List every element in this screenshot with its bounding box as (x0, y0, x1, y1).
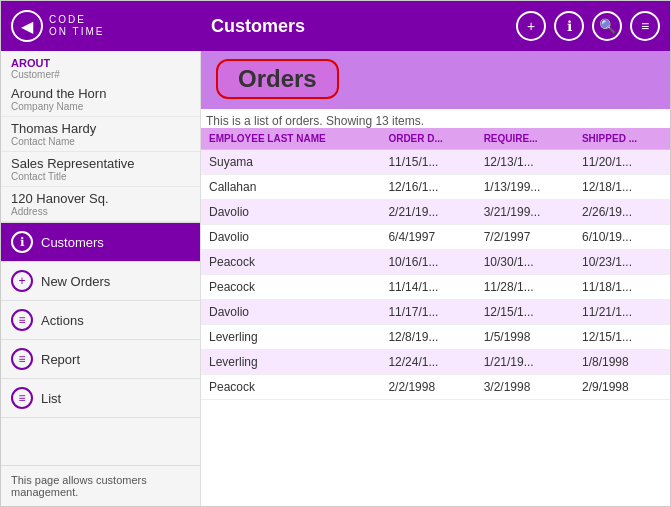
customer-info-section: AROUT Customer# Around the Horn Company … (1, 51, 200, 223)
address-item: 120 Hanover Sq. Address (1, 187, 200, 222)
sidebar: AROUT Customer# Around the Horn Company … (1, 51, 201, 506)
nav-report-label: Report (41, 352, 80, 367)
address-value: 120 Hanover Sq. (11, 191, 190, 206)
back-button[interactable]: ◀ (11, 10, 43, 42)
cell-order_date: 2/21/19... (380, 200, 475, 225)
table-row[interactable]: Davolio2/21/19...3/21/199...2/26/19... (201, 200, 670, 225)
table-row[interactable]: Peacock10/16/1...10/30/1...10/23/1... (201, 250, 670, 275)
cell-employee: Leverling (201, 350, 380, 375)
cell-required: 1/13/199... (476, 175, 574, 200)
customers-nav-icon: ℹ (11, 231, 33, 253)
cell-shipped: 2/26/19... (574, 200, 670, 225)
logo-line1: Code (49, 14, 104, 26)
table-row[interactable]: Davolio11/17/1...12/15/1...11/21/1... (201, 300, 670, 325)
nav-list[interactable]: ≡ List (1, 379, 200, 418)
company-name-item: Around the Horn Company Name (1, 82, 200, 117)
cell-shipped: 12/15/1... (574, 325, 670, 350)
cell-order_date: 10/16/1... (380, 250, 475, 275)
app-container: ◀ Code On Time Customers + ℹ 🔍 ≡ AROUT C… (0, 0, 671, 507)
nav-report[interactable]: ≡ Report (1, 340, 200, 379)
cell-order_date: 12/16/1... (380, 175, 475, 200)
col-required: Require... (476, 128, 574, 150)
cell-employee: Callahan (201, 175, 380, 200)
search-header-button[interactable]: 🔍 (592, 11, 622, 41)
table-row[interactable]: Davolio6/4/19977/2/19976/10/19... (201, 225, 670, 250)
nav-new-orders[interactable]: + New Orders (1, 262, 200, 301)
cell-order_date: 12/8/19... (380, 325, 475, 350)
col-employee: Employee Last Name (201, 128, 380, 150)
address-label: Address (11, 206, 190, 217)
logo-text: Code On Time (49, 14, 104, 38)
company-name-value: Around the Horn (11, 86, 190, 101)
orders-table: Employee Last Name Order D... Require...… (201, 128, 670, 400)
content-area: Orders This is a list of orders. Showing… (201, 51, 670, 506)
orders-title: Orders (216, 59, 339, 99)
table-row[interactable]: Callahan12/16/1...1/13/199...12/18/1... (201, 175, 670, 200)
orders-subtitle: This is a list of orders. Showing 13 ite… (201, 109, 670, 128)
nav-customers-label: Customers (41, 235, 104, 250)
cell-shipped: 12/18/1... (574, 175, 670, 200)
main-layout: AROUT Customer# Around the Horn Company … (1, 51, 670, 506)
cell-employee: Peacock (201, 375, 380, 400)
add-header-button[interactable]: + (516, 11, 546, 41)
cell-shipped: 11/18/1... (574, 275, 670, 300)
sidebar-footer: This page allows customers management. (1, 465, 200, 506)
logo-area: ◀ Code On Time (11, 10, 211, 42)
cell-employee: Davolio (201, 225, 380, 250)
header: ◀ Code On Time Customers + ℹ 🔍 ≡ (1, 1, 670, 51)
cell-required: 11/28/1... (476, 275, 574, 300)
contact-name-label: Contact Name (11, 136, 190, 147)
cell-shipped: 1/8/1998 (574, 350, 670, 375)
table-row[interactable]: Suyama11/15/1...12/13/1...11/20/1... (201, 150, 670, 175)
contact-title-item: Sales Representative Contact Title (1, 152, 200, 187)
menu-header-button[interactable]: ≡ (630, 11, 660, 41)
contact-title-value: Sales Representative (11, 156, 190, 171)
cell-required: 1/5/1998 (476, 325, 574, 350)
info-header-button[interactable]: ℹ (554, 11, 584, 41)
cell-order_date: 2/2/1998 (380, 375, 475, 400)
contact-name-item: Thomas Hardy Contact Name (1, 117, 200, 152)
logo-line2: On Time (49, 26, 104, 38)
customer-id-value: AROUT (11, 57, 190, 69)
cell-required: 3/21/199... (476, 200, 574, 225)
cell-required: 1/21/19... (476, 350, 574, 375)
orders-header: Orders (201, 51, 670, 109)
cell-order_date: 11/14/1... (380, 275, 475, 300)
nav-new-orders-label: New Orders (41, 274, 110, 289)
cell-employee: Peacock (201, 275, 380, 300)
report-nav-icon: ≡ (11, 348, 33, 370)
cell-order_date: 11/15/1... (380, 150, 475, 175)
cell-shipped: 2/9/1998 (574, 375, 670, 400)
actions-nav-icon: ≡ (11, 309, 33, 331)
cell-shipped: 11/21/1... (574, 300, 670, 325)
cell-employee: Suyama (201, 150, 380, 175)
header-title: Customers (211, 16, 516, 37)
cell-employee: Davolio (201, 300, 380, 325)
customer-id-label: Customer# (11, 69, 190, 80)
cell-required: 10/30/1... (476, 250, 574, 275)
nav-list-label: List (41, 391, 61, 406)
list-nav-icon: ≡ (11, 387, 33, 409)
company-name-label: Company Name (11, 101, 190, 112)
cell-employee: Peacock (201, 250, 380, 275)
nav-actions[interactable]: ≡ Actions (1, 301, 200, 340)
table-row[interactable]: Leverling12/24/1...1/21/19...1/8/1998 (201, 350, 670, 375)
cell-shipped: 6/10/19... (574, 225, 670, 250)
cell-order_date: 12/24/1... (380, 350, 475, 375)
nav-actions-label: Actions (41, 313, 84, 328)
cell-employee: Leverling (201, 325, 380, 350)
cell-required: 3/2/1998 (476, 375, 574, 400)
nav-customers[interactable]: ℹ Customers (1, 223, 200, 262)
orders-table-wrapper[interactable]: Employee Last Name Order D... Require...… (201, 128, 670, 506)
contact-name-value: Thomas Hardy (11, 121, 190, 136)
cell-order_date: 11/17/1... (380, 300, 475, 325)
table-row[interactable]: Peacock11/14/1...11/28/1...11/18/1... (201, 275, 670, 300)
table-row[interactable]: Peacock2/2/19983/2/19982/9/1998 (201, 375, 670, 400)
cell-shipped: 11/20/1... (574, 150, 670, 175)
cell-employee: Davolio (201, 200, 380, 225)
cell-required: 12/13/1... (476, 150, 574, 175)
table-header-row: Employee Last Name Order D... Require...… (201, 128, 670, 150)
cell-required: 7/2/1997 (476, 225, 574, 250)
table-row[interactable]: Leverling12/8/19...1/5/199812/15/1... (201, 325, 670, 350)
new-orders-nav-icon: + (11, 270, 33, 292)
